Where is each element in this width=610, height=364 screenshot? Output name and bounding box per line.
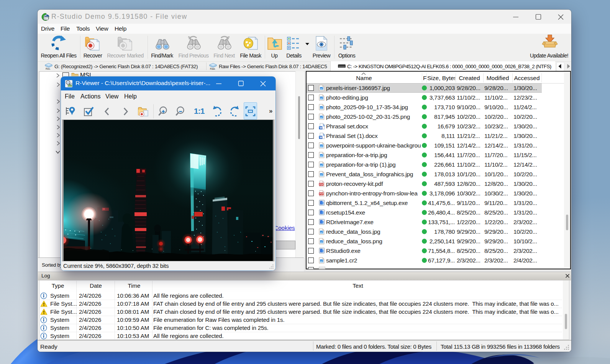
svg-text:Raw.: Raw. [210,67,216,70]
svg-text:W: W [320,126,323,130]
svg-text:W: W [320,136,323,139]
svg-text:PDF: PDF [320,193,324,195]
svg-text:PDF: PDF [320,183,324,185]
svg-text:Rec.: Rec. [46,67,51,70]
